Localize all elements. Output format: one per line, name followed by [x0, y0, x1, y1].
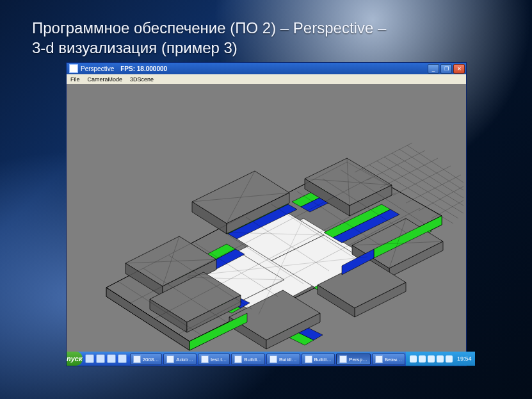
- taskbar-label: Buildi…: [314, 357, 332, 362]
- slide-title: Программное обеспечение (ПО 2) – Perspec…: [32, 18, 386, 58]
- taskbar-label: 2008…: [143, 357, 159, 362]
- menu-camera-mode[interactable]: CameraMode: [84, 76, 127, 83]
- maximize-button[interactable]: ❐: [440, 64, 452, 74]
- taskbar: пуск 2008…Adob…test.t…Buildi…Buildi…Buil…: [67, 352, 466, 366]
- svg-line-84: [393, 166, 451, 195]
- menu-3d-scene[interactable]: 3DScene: [126, 76, 157, 83]
- svg-line-83: [380, 158, 438, 188]
- tray-icon[interactable]: [419, 355, 426, 362]
- taskbar-label: Buildi…: [244, 357, 262, 362]
- ql-icon[interactable]: [85, 354, 94, 363]
- tray-icon[interactable]: [410, 355, 417, 362]
- slide-title-line1: Программное обеспечение (ПО 2) – Perspec…: [32, 18, 386, 38]
- taskbar-app-icon: [339, 355, 347, 363]
- quick-launch: [83, 352, 129, 366]
- svg-line-80: [407, 145, 463, 183]
- menu-file[interactable]: File: [67, 76, 84, 83]
- taskbar-app-icon: [133, 355, 141, 363]
- slide-stage: Программное обеспечение (ПО 2) – Perspec…: [0, 0, 532, 399]
- taskbar-button[interactable]: Безы…: [372, 354, 405, 365]
- taskbar-app-icon: [375, 355, 383, 363]
- svg-line-81: [355, 143, 412, 172]
- taskbar-app-icon: [270, 355, 277, 363]
- svg-line-82: [367, 151, 425, 180]
- taskbar-app-icon: [234, 355, 242, 363]
- clock: 19:54: [455, 355, 472, 362]
- taskbar-label: Безы…: [385, 357, 402, 362]
- taskbar-button[interactable]: Buildi…: [231, 354, 265, 365]
- slide-title-line2: 3-d визуализация (пример 3): [32, 38, 386, 58]
- window-title: Perspective: [81, 65, 120, 72]
- screenshot-window: Perspective FPS: 18.000000 _ ❐ ✕ File Ca…: [66, 62, 467, 366]
- minimize-button[interactable]: _: [428, 64, 439, 74]
- svg-line-79: [399, 149, 463, 190]
- taskbar-button[interactable]: Persp…: [336, 354, 371, 365]
- taskbar-label: Adob…: [176, 357, 193, 362]
- tray-icon[interactable]: [428, 355, 435, 362]
- taskbar-label: Buildi…: [279, 357, 297, 362]
- taskbar-app-icon: [305, 355, 312, 363]
- taskbar-app-icon: [166, 355, 174, 363]
- taskbar-button[interactable]: Adob…: [163, 354, 197, 365]
- fps-counter: FPS: 18.000000: [120, 65, 167, 72]
- titlebar[interactable]: Perspective FPS: 18.000000 _ ❐ ✕: [67, 63, 466, 74]
- app-icon: [69, 64, 78, 73]
- taskbar-app-icon: [201, 355, 209, 363]
- taskbar-button[interactable]: Buildi…: [266, 354, 300, 365]
- 3d-scene-render: [67, 84, 466, 352]
- tray-icon[interactable]: [446, 355, 453, 362]
- ql-icon[interactable]: [96, 354, 105, 363]
- 3d-viewport[interactable]: [67, 84, 466, 352]
- taskbar-label: test.t…: [211, 357, 227, 362]
- taskbar-label: Persp…: [349, 357, 367, 362]
- start-button[interactable]: пуск: [67, 352, 83, 366]
- taskbar-button[interactable]: test.t…: [198, 354, 230, 365]
- tray-icon[interactable]: [437, 355, 444, 362]
- system-tray: 19:54: [406, 352, 476, 366]
- ql-icon[interactable]: [118, 354, 127, 363]
- menubar: File CameraMode 3DScene: [67, 74, 466, 85]
- ql-icon[interactable]: [107, 354, 116, 363]
- svg-line-87: [431, 200, 463, 218]
- close-button[interactable]: ✕: [453, 64, 465, 74]
- taskbar-button[interactable]: Buildi…: [302, 354, 335, 365]
- taskbar-button[interactable]: 2008…: [130, 354, 163, 365]
